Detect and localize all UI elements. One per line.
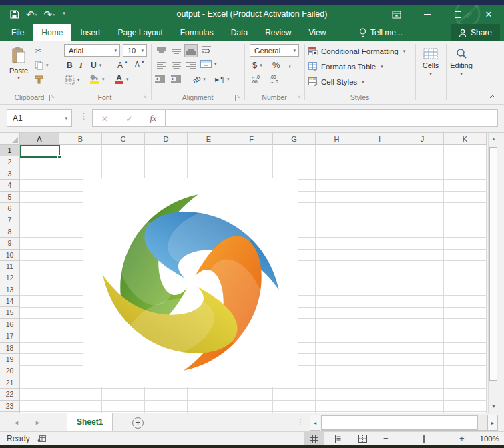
increase-font-size-button[interactable]: A ▲ [117, 61, 128, 70]
share-button[interactable]: Share [451, 24, 500, 41]
row-header[interactable]: 9 [0, 238, 20, 249]
scroll-left-icon[interactable]: ◄ [310, 415, 320, 431]
minimize-icon[interactable] [412, 5, 443, 24]
decrease-indent-button[interactable] [155, 75, 165, 83]
ribbon-tab[interactable]: Data [222, 24, 256, 41]
italic-button[interactable]: I [79, 61, 83, 71]
page-break-preview-button[interactable] [352, 432, 372, 445]
column-header[interactable]: E [188, 133, 230, 145]
increase-indent-button[interactable] [171, 75, 181, 83]
enter-icon[interactable] [125, 112, 132, 124]
ribbon-tab[interactable]: View [300, 24, 335, 41]
cut-button[interactable]: ✂ [35, 46, 41, 55]
row-header[interactable]: 23 [0, 401, 20, 412]
vertical-scrollbar[interactable]: ▲ ▼ [488, 133, 498, 413]
row-header[interactable]: 2 [0, 156, 20, 168]
align-center-button[interactable] [170, 59, 183, 72]
selected-cell-A1[interactable] [20, 145, 60, 158]
text-direction-button[interactable]: ▶ ¶ [215, 75, 230, 83]
fill-color-button[interactable] [89, 74, 105, 84]
sheet-tab[interactable]: Sheet1 [67, 413, 113, 432]
dots-separator-icon[interactable]: ⋮ [79, 111, 88, 121]
zoom-slider-thumb[interactable] [423, 435, 425, 443]
paste-button[interactable]: Paste [4, 44, 33, 92]
column-header[interactable]: G [273, 133, 316, 145]
column-header[interactable]: B [59, 133, 102, 145]
row-header[interactable]: 4 [0, 180, 20, 191]
font-name-select[interactable]: Arial ▾ [64, 44, 120, 57]
accounting-format-button[interactable]: $ [252, 60, 262, 70]
comma-style-button[interactable]: , [288, 57, 291, 69]
row-header[interactable]: 5 [0, 192, 20, 203]
middle-align-button[interactable] [170, 44, 183, 57]
formula-input[interactable] [166, 109, 498, 127]
zoom-level[interactable]: 100% [469, 432, 499, 445]
alignment-dialog-launcher-icon[interactable] [235, 95, 242, 101]
row-header[interactable]: 8 [0, 226, 20, 238]
ribbon-tab[interactable]: File [3, 24, 33, 41]
column-header[interactable]: F [230, 133, 273, 145]
fill-handle[interactable] [57, 155, 61, 159]
select-all-corner[interactable] [0, 133, 20, 145]
increase-decimal-button[interactable]: ←.0.00 [251, 75, 260, 84]
scroll-right-icon[interactable]: ► [487, 415, 498, 431]
format-painter-button[interactable] [35, 75, 43, 84]
sheet-next-icon[interactable]: ► [35, 413, 41, 432]
align-right-button[interactable] [184, 59, 198, 72]
macro-record-icon[interactable] [37, 435, 47, 445]
embedded-logo-image[interactable] [83, 178, 298, 387]
scroll-up-icon[interactable]: ▲ [489, 133, 499, 145]
conditional-formatting-button[interactable]: Conditional Formatting [308, 47, 405, 55]
ribbon-tab[interactable]: Home [33, 24, 71, 41]
new-sheet-button[interactable]: + [132, 417, 144, 429]
row-header[interactable]: 19 [0, 354, 20, 365]
decrease-decimal-button[interactable]: .00→.0 [270, 75, 278, 84]
number-format-select[interactable]: General ▾ [250, 44, 299, 57]
row-header[interactable]: 3 [0, 168, 20, 180]
underline-button[interactable]: U [91, 61, 101, 70]
collapse-ribbon-icon[interactable] [489, 92, 496, 100]
row-header[interactable]: 10 [0, 250, 20, 261]
number-dialog-launcher-icon[interactable] [296, 95, 302, 101]
maximize-icon[interactable] [443, 5, 473, 24]
column-header[interactable]: C [102, 133, 145, 145]
dots-separator-icon[interactable]: ⋮ [296, 417, 304, 427]
row-header[interactable]: 7 [0, 214, 20, 226]
cells-button[interactable]: Cells [417, 44, 445, 93]
sheet-prev-icon[interactable]: ◄ [13, 413, 19, 432]
row-header[interactable]: 22 [0, 389, 20, 400]
column-header[interactable]: A [20, 133, 59, 145]
borders-button[interactable] [65, 75, 80, 85]
tell-me-box[interactable]: Tell me... [359, 24, 403, 41]
row-header[interactable]: 6 [0, 203, 20, 214]
row-header[interactable]: 18 [0, 343, 20, 354]
page-layout-view-button[interactable] [328, 432, 348, 445]
bold-button[interactable]: B [67, 61, 73, 70]
format-as-table-button[interactable]: Format as Table [308, 62, 383, 71]
row-header[interactable]: 1 [0, 145, 20, 156]
font-size-select[interactable]: 10 ▾ [123, 44, 147, 57]
close-icon[interactable]: ✕ [473, 5, 504, 24]
horizontal-scrollbar[interactable] [321, 415, 487, 431]
decrease-font-size-button[interactable]: A ▼ [135, 61, 145, 68]
cell-grid[interactable] [20, 145, 487, 413]
vertical-scroll-thumb[interactable] [489, 147, 497, 381]
bottom-align-button[interactable] [184, 44, 198, 57]
ribbon-tab[interactable]: Page Layout [109, 24, 171, 41]
row-header[interactable]: 15 [0, 307, 20, 318]
zoom-out-icon[interactable]: − [383, 432, 389, 445]
orientation-button[interactable]: ab [192, 75, 206, 83]
cancel-icon[interactable] [101, 112, 108, 124]
editing-button[interactable]: Editing [447, 44, 475, 93]
align-left-button[interactable] [155, 59, 168, 72]
ribbon-tab[interactable]: Formulas [172, 24, 222, 41]
cell-styles-button[interactable]: Cell Styles [308, 77, 364, 86]
name-box[interactable]: A1 ▾ [7, 109, 72, 127]
wrap-text-button[interactable] [202, 45, 212, 53]
clipboard-dialog-launcher-icon[interactable] [49, 95, 56, 101]
row-header[interactable]: 14 [0, 296, 20, 307]
horizontal-scroll-thumb[interactable] [321, 415, 478, 430]
row-header[interactable]: 17 [0, 330, 20, 342]
font-color-button[interactable]: A [115, 74, 129, 84]
row-header[interactable]: 11 [0, 261, 20, 272]
